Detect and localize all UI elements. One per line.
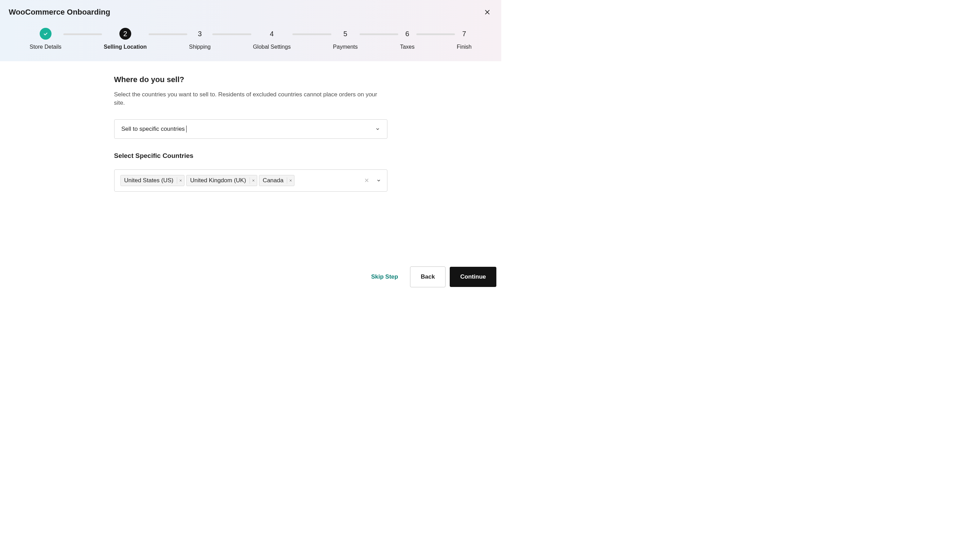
step-label: Finish [457,44,472,50]
x-icon [252,179,255,182]
main-content: Where do you sell? Select the countries … [114,61,387,206]
page-title: WooCommerce Onboarding [9,8,110,17]
step-label: Selling Location [104,44,147,50]
skip-step-button[interactable]: Skip Step [363,267,405,287]
sell-mode-select[interactable]: Sell to specific countries [114,119,387,139]
step-taxes[interactable]: 6 Taxes [400,28,414,50]
x-icon [179,179,182,182]
tag-label: Canada [259,175,287,186]
step-circle: 4 [266,28,278,40]
check-icon [43,31,48,37]
country-tag: Canada [259,175,295,186]
clear-all-button[interactable] [363,177,370,183]
step-label: Taxes [400,44,414,50]
step-connector [63,34,102,35]
countries-multi-select[interactable]: United States (US) United Kingdom (UK) C… [114,169,387,191]
step-payments[interactable]: 5 Payments [333,28,358,50]
select-value: Sell to specific countries [122,126,185,132]
step-circle: 6 [402,28,413,40]
step-label: Shipping [189,44,211,50]
tag-label: United Kingdom (UK) [187,175,250,186]
step-global-settings[interactable]: 4 Global Settings [253,28,291,50]
step-connector [149,34,187,35]
remove-tag-button[interactable] [250,177,257,183]
step-circle-completed [40,28,51,40]
step-finish[interactable]: 7 Finish [457,28,472,50]
remove-tag-button[interactable] [177,177,184,183]
step-shipping[interactable]: 3 Shipping [189,28,211,50]
step-connector [293,34,331,35]
continue-button[interactable]: Continue [450,267,496,287]
step-circle: 5 [339,28,351,40]
step-label: Store Details [30,44,62,50]
x-icon [365,178,369,183]
selected-tags: United States (US) United Kingdom (UK) C… [120,175,295,186]
step-connector [360,34,398,35]
question-description: Select the countries you want to sell to… [114,91,387,107]
step-connector [212,34,251,35]
question-title: Where do you sell? [114,75,387,84]
step-circle: 3 [194,28,206,40]
text-caret [186,126,187,132]
step-circle-active: 2 [119,28,131,40]
back-button[interactable]: Back [410,266,446,287]
step-label: Payments [333,44,358,50]
country-tag: United Kingdom (UK) [186,175,257,186]
footer-actions: Skip Step Back Continue [363,266,496,287]
onboarding-header: WooCommerce Onboarding Store Details 2 S… [0,0,501,61]
step-label: Global Settings [253,44,291,50]
step-store-details[interactable]: Store Details [30,28,62,50]
close-button[interactable] [482,7,493,18]
country-tag: United States (US) [120,175,185,186]
progress-stepper: Store Details 2 Selling Location 3 Shipp… [9,28,493,50]
x-icon [289,179,292,182]
close-icon [484,9,491,16]
expand-dropdown-button[interactable] [376,178,381,183]
remove-tag-button[interactable] [287,177,294,183]
tag-label: United States (US) [121,175,177,186]
chevron-down-icon [376,178,381,183]
chevron-down-icon [375,127,380,131]
step-circle: 7 [458,28,470,40]
step-connector [416,34,455,35]
step-selling-location[interactable]: 2 Selling Location [104,28,147,50]
countries-section-label: Select Specific Countries [114,152,387,160]
